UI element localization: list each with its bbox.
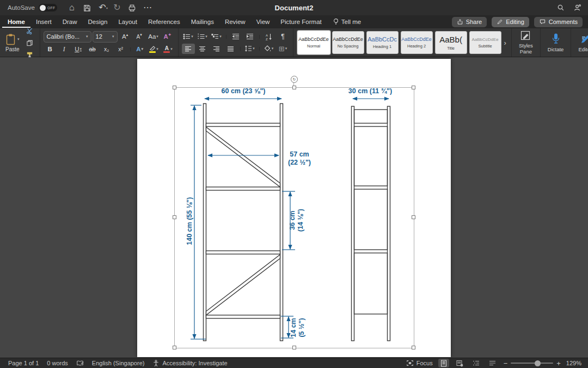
- superscript-button[interactable]: x²: [114, 44, 127, 55]
- paragraph-group: ▾ ▾ ▾ AZ ¶: [179, 28, 293, 57]
- dictate-button[interactable]: Dictate: [544, 33, 568, 53]
- tab-references[interactable]: References: [143, 16, 186, 28]
- style-normal[interactable]: AaBbCcDdEe Normal: [297, 31, 330, 55]
- resize-handle-top-center[interactable]: [292, 86, 296, 89]
- print-layout-view-button[interactable]: [438, 359, 449, 367]
- rotate-handle[interactable]: ↻: [291, 76, 298, 83]
- resize-handle-middle-right[interactable]: [412, 215, 415, 219]
- sort-button[interactable]: AZ: [262, 32, 275, 42]
- change-case-button[interactable]: Aa▾: [147, 32, 160, 42]
- increase-indent-button[interactable]: [243, 32, 256, 42]
- bullets-button[interactable]: ▾: [182, 32, 195, 42]
- dim-bottom-height: 14 cm(5 ½"): [290, 307, 306, 348]
- comments-button[interactable]: Comments: [534, 17, 583, 27]
- tab-draw[interactable]: Draw: [57, 16, 83, 28]
- multilevel-list-button[interactable]: ▾: [210, 32, 223, 42]
- text-effects-button[interactable]: A▾: [133, 44, 146, 55]
- draft-view-button[interactable]: [487, 359, 498, 367]
- resize-handle-top-right[interactable]: [412, 86, 415, 89]
- tab-mailings[interactable]: Mailings: [186, 16, 219, 28]
- bold-button[interactable]: B: [44, 44, 57, 55]
- home-icon[interactable]: ⌂: [66, 2, 78, 14]
- font-size-select[interactable]: 12▾: [93, 31, 118, 43]
- zoom-slider-knob[interactable]: [535, 360, 541, 366]
- show-paragraph-marks-button[interactable]: ¶: [277, 32, 290, 42]
- web-layout-view-button[interactable]: [455, 359, 465, 367]
- align-right-button[interactable]: [210, 44, 223, 54]
- shrink-font-button[interactable]: A▾: [133, 32, 146, 42]
- underline-button[interactable]: U▾: [72, 44, 85, 55]
- page[interactable]: 60 cm (23 ⅝") 30 cm (11 ¾") 57 cm(22 ½")…: [137, 59, 451, 357]
- chevron-down-icon: ▾: [86, 34, 88, 39]
- document-canvas[interactable]: 60 cm (23 ⅝") 30 cm (11 ¾") 57 cm(22 ½")…: [0, 57, 588, 358]
- style-heading-2[interactable]: AaBbCcDdEe Heading 2: [401, 31, 433, 54]
- resize-handle-top-left[interactable]: [173, 86, 176, 89]
- zoom-in-icon[interactable]: +: [556, 360, 561, 367]
- tab-view[interactable]: View: [251, 16, 275, 28]
- page-indicator[interactable]: Page 1 of 1: [8, 360, 39, 366]
- highlight-button[interactable]: ▾: [148, 44, 161, 55]
- resize-handle-middle-left[interactable]: [173, 215, 176, 219]
- save-icon[interactable]: [81, 2, 93, 14]
- shading-button[interactable]: ▾: [262, 44, 275, 54]
- resize-handle-bottom-right[interactable]: [412, 346, 415, 349]
- contact-icon[interactable]: [573, 4, 581, 12]
- font-color-button[interactable]: A ▾: [162, 44, 175, 55]
- subscript-button[interactable]: x₂: [100, 44, 113, 55]
- paste-button[interactable]: ▾ Paste: [3, 32, 22, 53]
- tab-design[interactable]: Design: [83, 16, 113, 28]
- tab-picture-format[interactable]: Picture Format: [275, 16, 327, 28]
- zoom-slider[interactable]: − +: [504, 360, 561, 367]
- accessibility-status[interactable]: Accessibility: Investigate: [152, 360, 227, 367]
- tell-me[interactable]: Tell me: [333, 18, 361, 26]
- resize-handle-bottom-center[interactable]: [292, 346, 296, 349]
- editing-mode-button[interactable]: Editing: [492, 17, 529, 27]
- style-no-spacing[interactable]: AaBbCcDdEe No Spacing: [332, 31, 364, 54]
- strikethrough-button[interactable]: ab: [86, 44, 99, 55]
- decrease-indent-button[interactable]: [229, 32, 242, 42]
- font-name-select[interactable]: Calibri (Bo...▾: [44, 31, 91, 43]
- accessibility-person-icon: [152, 360, 160, 367]
- numbering-button[interactable]: ▾: [196, 32, 209, 42]
- zoom-slider-track[interactable]: [511, 363, 553, 364]
- focus-mode-button[interactable]: Focus: [406, 360, 433, 366]
- comment-icon: [539, 19, 546, 25]
- autosave-toggle[interactable]: OFF: [39, 4, 57, 11]
- share-icon: [457, 19, 463, 25]
- dim-shelf-width: 57 cm(22 ½"): [283, 150, 316, 167]
- editor-button[interactable]: Editor: [574, 33, 588, 53]
- styles-pane-button[interactable]: StylesPane: [515, 30, 537, 55]
- style-subtitle[interactable]: AaBbCcDdEe Subtitle: [469, 31, 501, 54]
- borders-button[interactable]: ⊞▾: [277, 44, 290, 54]
- align-center-button[interactable]: [196, 44, 209, 54]
- microphone-icon: [550, 33, 561, 46]
- multilevel-list-icon: [211, 33, 219, 40]
- justify-button[interactable]: [224, 44, 237, 54]
- line-spacing-button[interactable]: ▾: [243, 44, 256, 54]
- italic-button[interactable]: I: [58, 44, 71, 55]
- tab-layout[interactable]: Layout: [113, 16, 143, 28]
- styles-pane-group: StylesPane: [512, 28, 541, 57]
- grow-font-button[interactable]: A▴: [119, 32, 132, 42]
- language-selector[interactable]: English (Singapore): [92, 360, 145, 366]
- share-button[interactable]: Share: [452, 17, 487, 27]
- align-left-button[interactable]: [182, 44, 195, 54]
- style-title[interactable]: AaBb( Title: [435, 31, 467, 54]
- bullets-icon: [183, 33, 191, 40]
- style-heading-1[interactable]: AaBbCcDc Heading 1: [366, 31, 399, 54]
- zoom-level[interactable]: 129%: [566, 360, 581, 366]
- search-icon[interactable]: [557, 4, 565, 11]
- proofing-status[interactable]: [76, 360, 84, 366]
- outline-view-button[interactable]: [471, 359, 482, 367]
- zoom-out-icon[interactable]: −: [504, 360, 508, 367]
- tab-review[interactable]: Review: [219, 16, 251, 28]
- word-count[interactable]: 0 words: [47, 360, 68, 366]
- styles-gallery-more-icon[interactable]: ›: [503, 39, 508, 47]
- undo-chevron-icon[interactable]: ▾: [106, 6, 108, 10]
- print-icon[interactable]: [126, 2, 138, 14]
- clear-formatting-button[interactable]: A✦: [161, 32, 174, 42]
- copy-button[interactable]: [23, 38, 36, 48]
- resize-handle-bottom-left[interactable]: [173, 346, 176, 349]
- more-options-icon[interactable]: ⋯: [142, 2, 154, 14]
- cut-button[interactable]: [23, 26, 36, 36]
